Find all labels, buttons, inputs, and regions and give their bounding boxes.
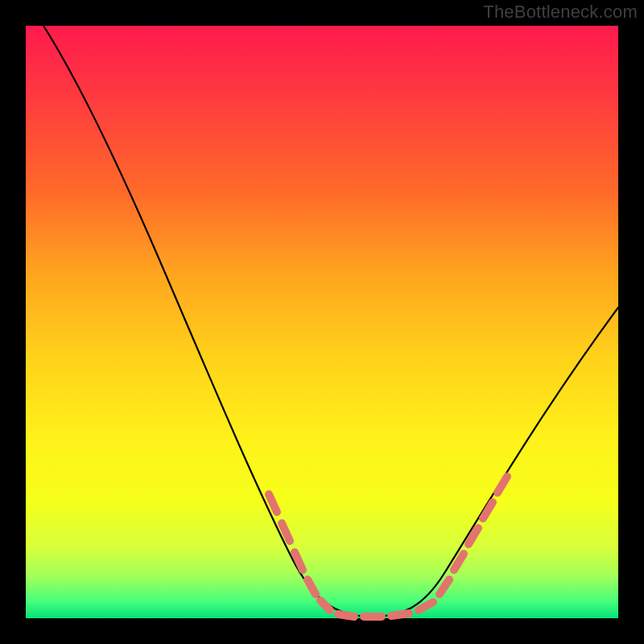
highlight-right-1: [440, 580, 449, 594]
watermark-text: TheBottleneck.com: [483, 2, 638, 23]
bottleneck-curve-svg: [26, 26, 618, 618]
highlight-left-1: [269, 494, 277, 512]
bottleneck-curve: [43, 26, 618, 617]
highlight-right-4: [483, 502, 493, 518]
highlight-floor-1: [338, 614, 354, 617]
highlight-floor-4: [419, 602, 433, 610]
chart-plot-area: [26, 26, 618, 618]
highlight-left-5: [320, 601, 330, 610]
highlight-right-5: [497, 477, 507, 493]
highlight-left-4: [308, 580, 316, 594]
highlight-floor-3: [391, 613, 409, 616]
